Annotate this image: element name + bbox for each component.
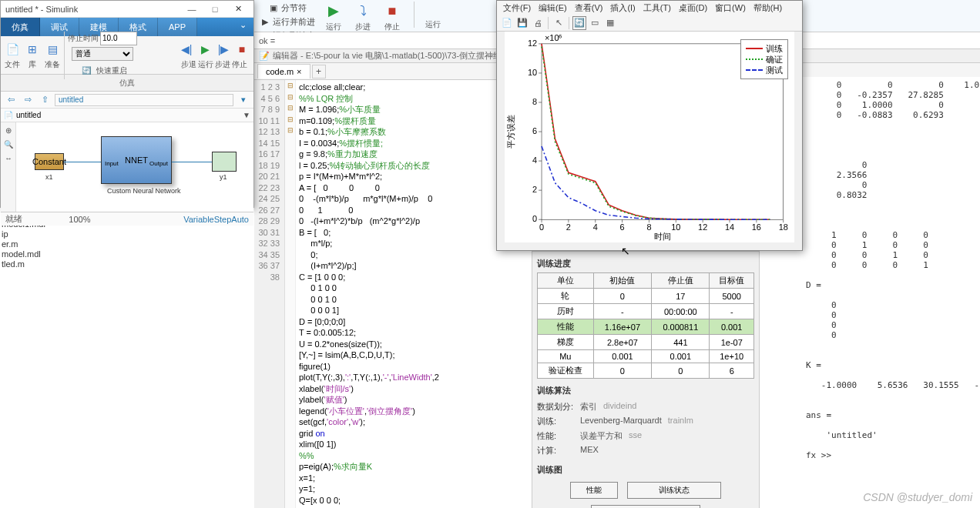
data-tips-icon[interactable]: ▭ <box>588 16 602 30</box>
editor-tab-add[interactable]: + <box>312 65 326 79</box>
block-constant[interactable]: Constant <box>35 153 64 170</box>
nav-path[interactable]: untitled <box>55 94 233 106</box>
block-output[interactable] <box>212 152 237 172</box>
new-file-icon[interactable]: 📄 <box>4 41 21 58</box>
doc-icon: 📝 <box>259 51 270 61</box>
tab-close-icon[interactable]: × <box>297 67 301 76</box>
status-zoom[interactable]: 100% <box>69 215 90 224</box>
stop-time-input[interactable] <box>100 32 137 45</box>
command-output[interactable]: 0 0 0 1.0000 0 -0.2357 27.8285 0 0 1.000… <box>803 77 980 508</box>
nav-expand-icon[interactable]: ▾ <box>237 93 250 107</box>
regression-button[interactable]: 回归 <box>591 505 700 508</box>
simulink-titlebar[interactable]: untitled * - Simulink — □ ✕ <box>1 1 253 18</box>
ribbon-collapse-icon[interactable]: ⌄ <box>232 18 253 32</box>
stop-icon[interactable]: ■ <box>233 41 250 58</box>
fast-restart-icon[interactable]: 🔄 <box>78 62 95 79</box>
canvas-tool-palette: ⊕ 🔍 ↔ <box>1 122 16 212</box>
run-button-icon[interactable]: ▶ <box>323 2 344 20</box>
nav-back-icon[interactable]: ⇦ <box>4 93 18 107</box>
tab-app[interactable]: APP <box>158 18 197 36</box>
step-button-icon[interactable]: ⤵ <box>352 2 374 20</box>
file-item[interactable]: model.mdl <box>2 249 45 259</box>
perf-button[interactable]: 性能 <box>570 482 618 499</box>
save-fig-icon[interactable]: 💾 <box>515 16 529 30</box>
th-unit: 单位 <box>538 273 594 289</box>
legend-train: 训练 <box>766 43 783 55</box>
run-label: 运行 <box>198 59 213 70</box>
file-item[interactable]: ip <box>2 229 45 239</box>
menu-tools[interactable]: 工具(T) <box>643 2 671 14</box>
model-name[interactable]: untitled <box>16 111 41 119</box>
new-fig-icon[interactable]: 📄 <box>500 16 514 30</box>
nav-fwd-icon[interactable]: ⇨ <box>21 93 35 107</box>
zoom-fit-icon[interactable]: ⊕ <box>2 124 15 136</box>
simulink-canvas[interactable]: Constant x1 Input NNET Output Custom Neu… <box>16 122 253 212</box>
state-button[interactable]: 训练状态 <box>627 482 721 499</box>
nav-up-icon[interactable]: ⇧ <box>38 93 52 107</box>
step-back-label: 步退 <box>181 59 196 70</box>
tab-simulation[interactable]: 仿真 <box>1 18 40 36</box>
watermark: CSDN @studyer_domi <box>863 491 972 503</box>
svg-text:0: 0 <box>539 222 544 232</box>
stop-label: 停止 <box>232 59 247 70</box>
svg-text:10: 10 <box>671 222 680 232</box>
step-back-icon[interactable]: ◀| <box>178 41 195 58</box>
figure-window: 文件(F) 编辑(E) 查看(V) 插入(I) 工具(T) 桌面(D) 窗口(W… <box>496 0 803 251</box>
figure-menubar: 文件(F) 编辑(E) 查看(V) 插入(I) 工具(T) 桌面(D) 窗口(W… <box>497 1 802 15</box>
table-cell: 17 <box>652 289 710 304</box>
print-fig-icon[interactable]: 🖨 <box>531 16 545 30</box>
file-item[interactable]: tled.m <box>2 259 45 269</box>
menu-edit[interactable]: 编辑(E) <box>539 2 567 14</box>
colorbar-icon[interactable]: ▦ <box>603 16 617 30</box>
status-solver[interactable]: VariableStepAuto <box>183 215 249 224</box>
signal-line-1[interactable] <box>64 162 101 162</box>
close-icon[interactable]: ✕ <box>227 2 249 16</box>
minimize-icon[interactable]: — <box>181 2 203 16</box>
editor-tab-code[interactable]: code.m× <box>257 64 310 79</box>
plot-legend[interactable]: 训练 确证 测试 <box>740 39 788 79</box>
table-cell: 1e+10 <box>710 350 754 363</box>
algo-title: 训练算法 <box>537 382 754 399</box>
maximize-icon[interactable]: □ <box>204 2 226 16</box>
library-icon[interactable]: ⊞ <box>24 41 41 58</box>
fold-gutter: ⊟ ⊟ ⊟ ⊟ ⊟ <box>285 80 296 508</box>
pointer-icon[interactable]: ↖ <box>552 16 566 30</box>
label-y1: y1 <box>220 173 227 181</box>
block-nnet[interactable]: Input NNET Output <box>101 136 172 184</box>
table-cell: 0 <box>652 363 710 379</box>
run-advance-icon[interactable]: ▶ <box>259 15 271 28</box>
zoom-out-icon[interactable]: ↔ <box>2 152 15 164</box>
menu-window[interactable]: 窗口(W) <box>715 2 746 14</box>
svg-text:16: 16 <box>752 222 761 232</box>
zoom-in-icon[interactable]: 🔍 <box>2 138 15 150</box>
simulink-nav-bar: ⇦ ⇨ ⇧ untitled ▾ <box>1 92 253 109</box>
mode-select[interactable]: 普通 <box>72 47 133 61</box>
stop-button-icon[interactable]: ■ <box>381 2 403 20</box>
th-init: 初始值 <box>593 273 652 289</box>
menu-insert[interactable]: 插入(I) <box>610 2 635 14</box>
label-library: 库 <box>29 59 36 70</box>
svg-text:6: 6 <box>532 126 537 135</box>
th-stop: 停止值 <box>652 273 710 289</box>
signal-line-2[interactable] <box>172 162 212 162</box>
menu-help[interactable]: 帮助(H) <box>753 2 782 14</box>
cursor-icon: ↖ <box>621 245 630 257</box>
menu-view[interactable]: 查看(V) <box>575 2 603 14</box>
label-cnn: Custom Neural Network <box>107 187 181 195</box>
table-cell: 00:00:00 <box>652 304 710 319</box>
menu-desktop[interactable]: 桌面(D) <box>679 2 707 14</box>
menu-file[interactable]: 文件(F) <box>503 2 531 14</box>
prepare-icon[interactable]: ▤ <box>44 41 61 58</box>
section-icon[interactable]: ▣ <box>267 2 280 14</box>
table-cell: 0 <box>593 363 652 379</box>
model-dropdown-icon[interactable]: ▼ <box>243 111 250 119</box>
run-button-label: 运行 <box>326 22 341 32</box>
fast-restart-label: 快速重启 <box>96 65 127 76</box>
file-item[interactable]: er.m <box>2 239 45 249</box>
run-icon[interactable]: ▶ <box>196 41 213 58</box>
step-forward-icon[interactable]: |▶ <box>215 41 232 58</box>
simulink-toolbar: 📄 文件 ⊞ 库 ▤ 准备 停止时间 普通 🔄快速重启 ◀| ▶ |▶ ■ <box>1 36 253 75</box>
rotate-icon[interactable]: 🔄 <box>572 16 586 30</box>
table-cell: 0.000811 <box>652 319 710 335</box>
label-prepare: 准备 <box>45 59 60 70</box>
